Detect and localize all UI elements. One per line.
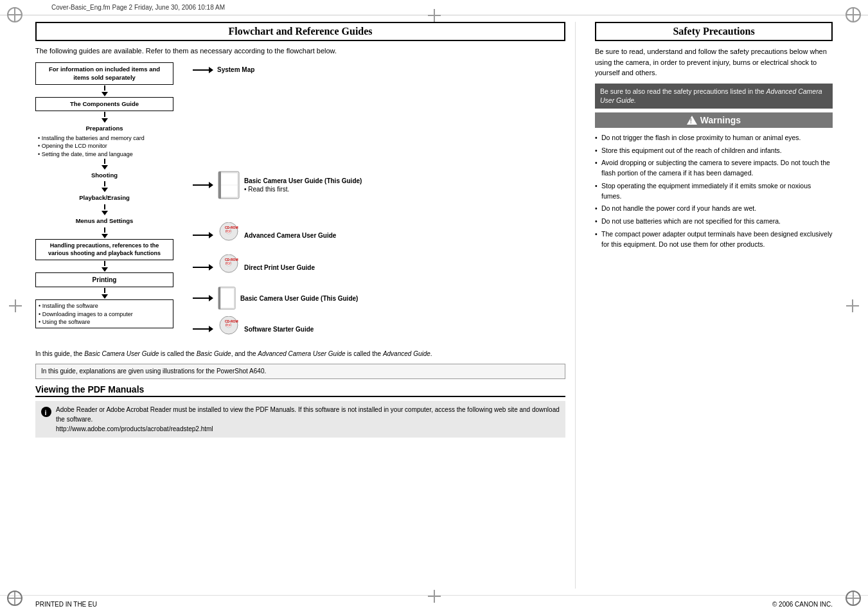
pdf-note-box: i Adobe Reader or Adobe Acrobat Reader m… — [35, 401, 565, 438]
italic-advanced-short: Advanced Guide — [383, 350, 430, 357]
top-crosshair — [428, 9, 441, 23]
svg-text:CD-ROM: CD-ROM — [225, 319, 238, 323]
svg-text:CD-ROM: CD-ROM — [225, 258, 238, 262]
italic-advanced-guide: Advanced Camera User Guide. — [600, 87, 822, 105]
warning-item-2: Store this equipment out of the reach of… — [595, 146, 833, 156]
fc-prep-title: Preparations — [35, 125, 173, 133]
bottom-crosshair — [428, 590, 441, 604]
warnings-header: Warnings — [595, 112, 833, 128]
corner-decoration-tr — [844, 5, 863, 24]
corner-decoration-tl — [5, 5, 24, 24]
safety-section-title: Safety Precautions — [595, 22, 833, 41]
book-icon-1 — [217, 171, 240, 199]
arrow-to-guide3 — [193, 232, 213, 238]
left-column: Flowchart and Reference Guides The follo… — [35, 22, 576, 589]
guide-5-text: Basic Camera User Guide (This Guide) — [240, 294, 358, 303]
italic-basic: Basic Camera User Guide — [84, 350, 159, 357]
cd-icon-4: CD-ROM PDF — [217, 254, 240, 280]
page-container: Cover-Basic_Eng.fm Page 2 Friday, June 3… — [0, 0, 868, 613]
main-content: Flowchart and Reference Guides The follo… — [0, 15, 868, 595]
cd-icon-3: CD-ROM PDF — [217, 222, 240, 248]
warning-triangle-icon — [687, 116, 697, 125]
guide-entry-6: CD-ROM PDF Software Starter Guide — [193, 316, 565, 342]
cd-icon-6: CD-ROM PDF — [217, 316, 240, 342]
bottom-note: In this guide, the Basic Camera User Gui… — [35, 350, 565, 359]
fc-menus: Menus and Settings — [35, 217, 173, 226]
fc-box-2: The Components Guide — [35, 97, 173, 111]
arrow-to-guide5 — [193, 295, 213, 301]
fc-box-handling: Handling precautions, references to the … — [35, 239, 173, 260]
guide-2-text: Basic Camera User Guide (This Guide) • R… — [244, 177, 362, 193]
guide-entry-4: CD-ROM PDF Direct Print User Guide — [193, 254, 565, 280]
fc-playback: Playback/Erasing — [35, 194, 173, 202]
guide-entry-2: Basic Camera User Guide (This Guide) • R… — [193, 171, 565, 199]
fc-arrowhead-4 — [35, 188, 173, 192]
fc-spacer — [193, 78, 565, 171]
arrow-to-guide2 — [193, 182, 213, 188]
fc-soft-1: • Installing the software — [39, 302, 170, 310]
svg-rect-3 — [218, 172, 221, 199]
italic-basic-short: Basic Guide — [197, 350, 231, 357]
fc-arrowhead-2 — [35, 118, 173, 123]
flowchart-section-title: Flowchart and Reference Guides — [35, 22, 565, 41]
fc-arrow-7 — [35, 261, 173, 266]
warning-item-1: Do not trigger the flash in close proxim… — [595, 133, 833, 143]
safety-also-box: Be sure to also read the safety precauti… — [595, 84, 833, 109]
fc-guides-col: System Map — [193, 62, 565, 346]
fc-soft-2: • Downloading images to a computer — [39, 310, 170, 318]
fc-printing: Printing — [35, 272, 173, 287]
fc-arrowhead-3 — [35, 165, 173, 170]
fc-arrow-1 — [35, 85, 173, 91]
fc-box-1: For information on included items and it… — [35, 62, 173, 85]
book-icon-5 — [217, 287, 236, 310]
fc-soft-3: • Using the software — [39, 318, 170, 326]
right-column: Safety Precautions Be sure to read, unde… — [589, 22, 833, 589]
fc-arrow-6 — [35, 227, 173, 233]
guide-1-text: System Map — [217, 66, 254, 74]
fc-arrowhead-8 — [35, 294, 173, 299]
fc-bullet-2: • Opening the LCD monitor — [38, 142, 173, 150]
fc-arrow-4 — [35, 181, 173, 186]
fc-arrowhead-1 — [35, 92, 173, 96]
footer-left: PRINTED IN THE EU — [35, 601, 97, 608]
guide-entry-1: System Map — [193, 66, 565, 74]
warning-item-7: The compact power adapter output termina… — [595, 229, 833, 250]
fc-shooting: Shooting — [35, 172, 173, 180]
guide-4-text: Direct Print User Guide — [244, 263, 315, 272]
fc-arrowhead-6 — [35, 234, 173, 238]
footer-right: © 2006 CANON INC. — [772, 601, 833, 608]
warnings-title: Warnings — [700, 115, 741, 125]
flowchart-main-col: For information on included items and it… — [35, 62, 173, 328]
arrow-to-guide1 — [193, 67, 213, 73]
arrow-to-guide4 — [193, 264, 213, 271]
fc-arrow-5 — [35, 204, 173, 209]
fc-preparations: Preparations • Installing the batteries … — [35, 123, 173, 157]
italic-advanced: Advanced Camera User Guide — [258, 350, 345, 357]
fc-bullet-1: • Installing the batteries and memory ca… — [38, 134, 173, 142]
fc-arrow-2 — [35, 112, 173, 117]
svg-text:CD-ROM: CD-ROM — [225, 226, 238, 229]
svg-text:PDF: PDF — [226, 324, 231, 327]
fc-arrows-col — [173, 62, 193, 69]
guide-3-text: Advanced Camera User Guide — [244, 231, 336, 240]
svg-text:PDF: PDF — [226, 230, 231, 233]
fc-prep-bullets: • Installing the batteries and memory ca… — [35, 134, 173, 157]
warning-item-3: Avoid dropping or subjecting the camera … — [595, 158, 833, 179]
flowchart: For information on included items and it… — [35, 62, 565, 346]
fc-spacer2 — [193, 203, 565, 222]
arrow-to-guide6 — [193, 326, 213, 332]
pdf-section-title: Viewing the PDF Manuals — [35, 384, 565, 397]
guide-6-text: Software Starter Guide — [244, 325, 314, 333]
warning-list: Do not trigger the flash in close proxim… — [595, 133, 833, 250]
corner-decoration-br — [844, 589, 863, 608]
svg-text:PDF: PDF — [226, 262, 231, 265]
guide-entry-3: CD-ROM PDF Advanced Camera User Guide — [193, 222, 565, 248]
fc-bullet-3: • Setting the date, time and language — [38, 150, 173, 158]
svg-rect-13 — [220, 289, 235, 308]
safety-intro: Be sure to read, understand and follow t… — [595, 46, 833, 78]
warning-item-6: Do not use batteries which are not speci… — [595, 217, 833, 227]
right-crosshair — [846, 299, 859, 314]
svg-rect-14 — [218, 287, 220, 309]
fc-arrowhead-7 — [35, 267, 173, 272]
warning-item-4: Stop operating the equipment immediately… — [595, 181, 833, 202]
